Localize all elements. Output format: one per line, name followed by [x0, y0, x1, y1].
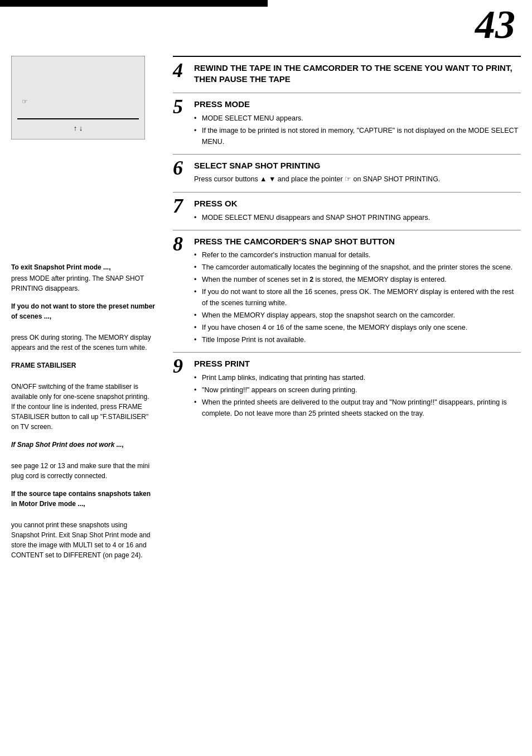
- note-snap-shot-not-work-body: see page 12 or 13 and make sure that the…: [11, 462, 149, 480]
- top-bar: [0, 0, 268, 7]
- note-no-store-preset: If you do not want to store the preset n…: [11, 301, 156, 353]
- note-source-tape: If the source tape contains snapshots ta…: [11, 489, 156, 560]
- step-9-title: PRESS PRINT: [194, 358, 521, 369]
- note-frame-stabiliser: FRAME STABILISER ON/OFF switching of the…: [11, 360, 156, 432]
- step-7-title: PRESS OK: [194, 198, 521, 209]
- step-9-content: PRESS PRINT Print Lamp blinks, indicatin…: [194, 358, 521, 420]
- step-8: 8 PRESS THE CAMCORDER'S SNAP SHOT BUTTON…: [173, 230, 521, 353]
- step-4-title: REWIND THE TAPE IN THE CAMCORDER TO THE …: [194, 62, 521, 84]
- right-column: 4 REWIND THE TAPE IN THE CAMCORDER TO TH…: [167, 56, 521, 568]
- step-8-bullet-5: When the MEMORY display appears, stop th…: [194, 310, 521, 321]
- step-8-content: PRESS THE CAMCORDER'S SNAP SHOT BUTTON R…: [194, 236, 521, 347]
- step-4-number: 4: [173, 60, 194, 87]
- note-source-tape-body: you cannot print these snapshots using S…: [11, 521, 150, 559]
- screen-separator-line: [17, 118, 139, 119]
- step-6-text: Press cursor buttons ▲ ▼ and place the p…: [194, 174, 521, 185]
- step-5-bullet-2: If the image to be printed is not stored…: [194, 125, 521, 147]
- step-5: 5 PRESS MODE MODE SELECT MENU appears. I…: [173, 93, 521, 155]
- step-5-content: PRESS MODE MODE SELECT MENU appears. If …: [194, 99, 521, 148]
- step-9-number: 9: [173, 356, 194, 420]
- step-4-content: REWIND THE TAPE IN THE CAMCORDER TO THE …: [194, 62, 521, 87]
- note-snap-shot-not-work-title: If Snap Shot Print does not work ...,: [11, 440, 156, 450]
- screen-display: ☞ ↑ ↓: [11, 56, 145, 139]
- main-layout: ☞ ↑ ↓ To exit Snapshot Print mode ..., p…: [0, 56, 532, 579]
- step-6-number: 6: [173, 158, 194, 187]
- note-exit-snapshot-title: To exit Snapshot Print mode ...,: [11, 262, 156, 272]
- step-9-bullet-1: Print Lamp blinks, indicating that print…: [194, 372, 521, 383]
- note-snap-shot-not-work: If Snap Shot Print does not work ..., se…: [11, 440, 156, 481]
- note-exit-snapshot-body: press MODE after printing. The SNAP SHOT…: [11, 275, 144, 292]
- note-no-store-preset-body: press OK during storing. The MEMORY disp…: [11, 334, 151, 351]
- step-9-bullet-3: When the printed sheets are delivered to…: [194, 397, 521, 419]
- page-number: 43: [475, 4, 515, 45]
- step-9: 9 PRESS PRINT Print Lamp blinks, indicat…: [173, 353, 521, 426]
- step-7-bullet-1: MODE SELECT MENU disappears and SNAP SHO…: [194, 212, 521, 223]
- step-8-bullet-1: Refer to the camcorder's instruction man…: [194, 249, 521, 261]
- step-8-bullet-3: When the number of scenes set in 2 is st…: [194, 274, 521, 285]
- step-6: 6 SELECT SNAP SHOT PRINTING Press cursor…: [173, 155, 521, 193]
- note-no-store-preset-title: If you do not want to store the preset n…: [11, 301, 156, 321]
- step-8-number: 8: [173, 234, 194, 347]
- left-column: ☞ ↑ ↓ To exit Snapshot Print mode ..., p…: [11, 56, 167, 568]
- screen-arrows: ↑ ↓: [74, 124, 83, 132]
- step-7-number: 7: [173, 196, 194, 224]
- step-9-body: Print Lamp blinks, indicating that print…: [194, 372, 521, 419]
- step-8-bullet-4: If you do not want to store all the 16 s…: [194, 286, 521, 309]
- step-6-body: Press cursor buttons ▲ ▼ and place the p…: [194, 174, 521, 185]
- note-exit-snapshot: To exit Snapshot Print mode ..., press M…: [11, 262, 156, 293]
- step-7-content: PRESS OK MODE SELECT MENU disappears and…: [194, 198, 521, 224]
- step-5-bullet-1: MODE SELECT MENU appears.: [194, 113, 521, 124]
- note-frame-stabiliser-body: ON/OFF switching of the frame stabiliser…: [11, 383, 149, 431]
- step-6-content: SELECT SNAP SHOT PRINTING Press cursor b…: [194, 160, 521, 187]
- step-9-bullet-2: "Now printing!!" appears on screen durin…: [194, 384, 521, 396]
- step-5-body: MODE SELECT MENU appears. If the image t…: [194, 113, 521, 147]
- step-6-title: SELECT SNAP SHOT PRINTING: [194, 160, 521, 171]
- screen-cursor-icon: ☞: [22, 98, 28, 105]
- step-8-bullet-7: Title Impose Print is not available.: [194, 334, 521, 345]
- step-7-body: MODE SELECT MENU disappears and SNAP SHO…: [194, 212, 521, 223]
- step-5-title: PRESS MODE: [194, 99, 521, 110]
- step-7: 7 PRESS OK MODE SELECT MENU disappears a…: [173, 192, 521, 230]
- step-8-body: Refer to the camcorder's instruction man…: [194, 249, 521, 345]
- note-source-tape-title: If the source tape contains snapshots ta…: [11, 489, 156, 509]
- step-8-title: PRESS THE CAMCORDER'S SNAP SHOT BUTTON: [194, 236, 521, 247]
- left-notes: To exit Snapshot Print mode ..., press M…: [11, 262, 156, 560]
- step-8-bullet-2: The camcorder automatically locates the …: [194, 262, 521, 273]
- step-4: 4 REWIND THE TAPE IN THE CAMCORDER TO TH…: [173, 57, 521, 93]
- step-5-number: 5: [173, 97, 194, 148]
- step-8-bullet-6: If you have chosen 4 or 16 of the same s…: [194, 322, 521, 333]
- note-frame-stabiliser-title: FRAME STABILISER: [11, 360, 156, 370]
